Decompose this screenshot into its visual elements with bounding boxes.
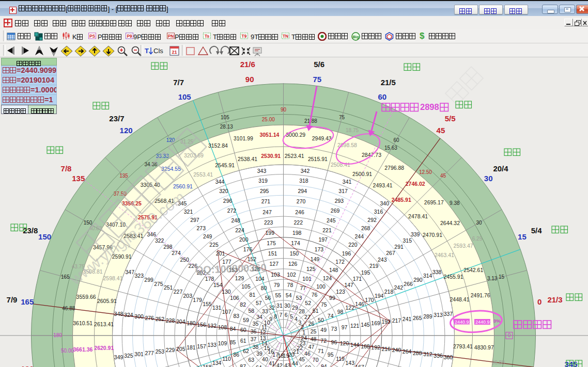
svg-text:75: 75 [321, 301, 327, 308]
svg-text:349: 349 [114, 354, 123, 360]
svg-text:2455.91: 2455.91 [444, 274, 463, 280]
svg-text:146: 146 [355, 301, 364, 307]
svg-text:343: 343 [257, 168, 267, 174]
svg-text:82: 82 [240, 301, 246, 308]
svg-text:249: 249 [203, 233, 212, 240]
svg-text:2605.91: 2605.91 [97, 298, 117, 304]
svg-text:180: 180 [187, 320, 196, 326]
svg-text:131: 131 [212, 305, 222, 311]
svg-text:2898: 2898 [420, 102, 439, 111]
svg-text:35: 35 [253, 321, 259, 327]
svg-text:31: 31 [276, 302, 283, 309]
svg-text:63: 63 [248, 357, 254, 363]
svg-text:348: 348 [114, 311, 123, 317]
svg-text:296: 296 [223, 198, 233, 204]
svg-text:3051.14: 3051.14 [259, 132, 279, 138]
svg-text:2593.47: 2593.47 [454, 243, 473, 249]
svg-text:21/3: 21/3 [547, 295, 562, 304]
svg-text:266: 266 [404, 281, 413, 287]
svg-text:130: 130 [222, 289, 231, 295]
svg-text:152: 152 [247, 256, 257, 262]
svg-text:338: 338 [432, 269, 442, 275]
svg-text:47: 47 [308, 344, 315, 350]
svg-text:25.00: 25.00 [262, 117, 275, 122]
svg-text:299: 299 [144, 277, 153, 283]
svg-text:7/8: 7/8 [61, 164, 72, 173]
svg-text:3559.66: 3559.66 [76, 294, 96, 300]
svg-text:64: 64 [256, 364, 262, 367]
svg-text:276: 276 [145, 315, 154, 321]
svg-text:2463.41: 2463.41 [435, 252, 454, 258]
svg-text:119: 119 [336, 356, 345, 362]
svg-text:40: 40 [262, 356, 268, 362]
svg-text:46.88: 46.88 [62, 306, 75, 311]
svg-text:20/4: 20/4 [493, 164, 508, 173]
svg-text:107: 107 [222, 309, 231, 315]
svg-text:0%: 0% [493, 318, 501, 324]
svg-text:2796.88: 2796.88 [384, 165, 404, 171]
svg-text:34: 34 [256, 314, 262, 320]
svg-text:244: 244 [355, 233, 364, 240]
svg-text:23/7: 23/7 [109, 114, 124, 123]
svg-text:132: 132 [208, 323, 217, 329]
svg-text:2553.41: 2553.41 [193, 171, 213, 178]
svg-text:253: 253 [156, 348, 165, 355]
svg-text:53: 53 [296, 295, 302, 301]
svg-text:295: 295 [260, 188, 269, 194]
svg-text:46: 46 [304, 350, 311, 357]
svg-text:175: 175 [267, 240, 276, 246]
svg-text:57: 57 [256, 300, 262, 306]
svg-text:243: 243 [378, 257, 387, 263]
svg-text:149: 149 [311, 256, 320, 262]
svg-text:200: 200 [239, 236, 249, 243]
svg-text:274: 274 [172, 250, 181, 256]
svg-text:360: 360 [444, 354, 453, 360]
svg-text:321: 321 [184, 209, 193, 215]
svg-text:2598.41: 2598.41 [103, 275, 123, 281]
svg-text:30: 30 [284, 302, 290, 309]
svg-text:2949.43: 2949.43 [312, 135, 332, 141]
svg-text:229: 229 [166, 347, 175, 353]
svg-text:2493.41: 2493.41 [373, 182, 393, 188]
svg-text:199: 199 [266, 230, 275, 236]
svg-text:4: 4 [295, 316, 298, 322]
svg-text:174: 174 [291, 240, 300, 246]
svg-text:134: 134 [212, 360, 222, 366]
svg-text:155: 155 [203, 301, 212, 307]
svg-text:41: 41 [269, 360, 275, 366]
svg-text:150: 150 [38, 232, 51, 241]
svg-text:100: 100 [316, 283, 326, 290]
svg-text:2523.41: 2523.41 [285, 153, 304, 159]
svg-text:250: 250 [180, 257, 189, 263]
svg-text:55: 55 [275, 292, 281, 298]
svg-text:222: 222 [294, 219, 303, 226]
svg-text:173: 173 [315, 246, 324, 252]
svg-text:8: 8 [274, 313, 277, 320]
svg-text:Big: Big [352, 35, 359, 39]
svg-text:110: 110 [222, 356, 231, 362]
svg-text:293: 293 [335, 198, 344, 204]
svg-text:75: 75 [313, 75, 321, 84]
svg-text:T9: T9 [242, 34, 247, 39]
svg-text:317: 317 [338, 188, 348, 194]
svg-text:90: 90 [281, 107, 287, 113]
svg-text:168: 168 [361, 343, 370, 349]
svg-text:124: 124 [323, 275, 332, 281]
svg-text:224: 224 [235, 227, 244, 233]
svg-text:96.88: 96.88 [492, 360, 505, 365]
svg-text:241: 241 [403, 316, 412, 322]
svg-text:169: 169 [371, 320, 380, 326]
svg-text:27: 27 [304, 314, 311, 320]
svg-text:178: 178 [205, 276, 214, 282]
svg-text:PS: PS [89, 34, 96, 39]
svg-text:165: 165 [21, 297, 34, 306]
svg-text:87: 87 [240, 363, 246, 367]
svg-text:30: 30 [476, 220, 482, 226]
svg-text:2746.02: 2746.02 [406, 181, 425, 187]
svg-text:273: 273 [197, 225, 206, 231]
svg-text:144: 144 [350, 342, 360, 348]
svg-text:106: 106 [230, 295, 239, 301]
svg-text:33: 33 [262, 308, 268, 314]
svg-text:156: 156 [197, 322, 206, 328]
svg-text:95: 95 [328, 352, 334, 358]
